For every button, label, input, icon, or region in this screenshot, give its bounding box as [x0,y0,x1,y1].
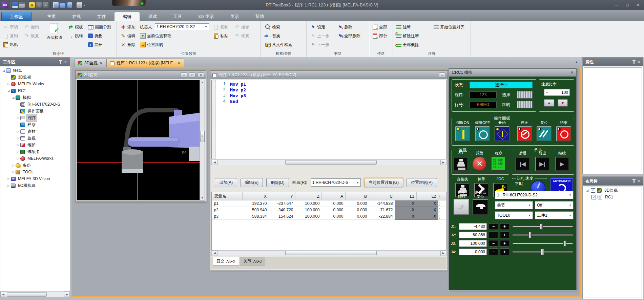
col-a[interactable]: A [322,192,346,200]
pin-icon[interactable] [60,61,61,64]
layout-item-rc1[interactable]: RC1 [584,194,642,200]
cell-name[interactable]: p2 [212,207,243,213]
joint-plus-button[interactable]: + [500,232,509,238]
tree-expander-icon[interactable]: ◢ [585,189,589,192]
minimize-button[interactable]: ─ [181,72,187,78]
tree-expander-icon[interactable] [6,184,11,187]
servo-off-button[interactable] [475,126,490,141]
position-jump-button[interactable]: 位置跳转(P) [407,178,437,187]
tree-expander-icon[interactable] [16,150,20,153]
template-button[interactable]: 模板 [67,23,84,31]
speed-up-button[interactable] [544,99,554,107]
joint-minus-button[interactable]: − [489,240,498,247]
slider-thumb[interactable] [540,223,543,230]
table-hscrollbar[interactable]: ◀ ▶ [211,250,446,256]
scroll-thumb[interactable] [285,251,377,255]
tab-list-chevron-icon[interactable]: ▼ [575,61,578,64]
tree-item[interactable]: MELFA-Works [0,155,70,162]
tree-item[interactable]: 程序 [0,114,70,121]
end-button[interactable] [556,126,571,141]
col-name[interactable]: 变量名 [212,192,243,200]
scroll-right-icon[interactable]: ▶ [440,251,446,256]
edit-button[interactable]: 编辑(E) [241,178,263,187]
properties-content[interactable] [584,67,642,173]
replace-button[interactable]: 替换 [264,32,281,40]
tree-expander-icon[interactable] [16,116,20,120]
col-b[interactable]: B [346,192,369,200]
code-hscrollbar[interactable]: ◀ ▶ [211,159,446,165]
tool-dropdown[interactable]: TOOL0▼ [495,211,533,219]
alarm-button[interactable] [473,157,487,171]
position-jump-button[interactable]: 位置跳转 [139,41,164,49]
table-header-row[interactable]: 变量名 X Y Z A B C L1 L2 F [212,192,446,200]
transfer-all-button[interactable]: 全部 [371,23,388,31]
uncomment-button[interactable]: 解除注释 [396,32,420,40]
save-icon[interactable] [12,2,18,8]
cell-name[interactable]: p1 [212,200,243,207]
slider-thumb[interactable] [528,232,532,238]
joint-plus-button[interactable]: + [500,240,509,247]
tab-edit[interactable]: 编辑 [114,12,140,21]
signal-monitor-icon[interactable]: ∿ [36,2,42,8]
panel-close-icon[interactable]: ✕ [637,179,640,184]
transfer-part-button[interactable]: 部分 [371,32,388,40]
panel-close-icon[interactable]: ✕ [637,60,640,64]
tree-expander-icon[interactable] [6,82,11,86]
speed-down-button[interactable] [558,99,568,107]
reset-button[interactable] [537,126,552,141]
slider-thumb[interactable] [541,249,544,255]
cascade-windows-icon[interactable] [53,2,59,8]
close-button[interactable]: ✕ [198,72,204,78]
search-button[interactable]: 检索 [264,23,281,31]
tree-expander-icon[interactable] [6,177,11,180]
tree-item[interactable]: I/O模拟器 [0,182,70,189]
tree-item[interactable]: 操作面板 [0,108,70,114]
pin-icon[interactable] [633,180,635,183]
doc-tab-3d-monitor[interactable]: 3D监视 ✕ [74,59,106,67]
tab-display[interactable]: 显示 [222,12,247,21]
col-z[interactable]: Z [295,192,322,200]
tab-file[interactable]: 文件 [89,12,114,21]
zoom-window-icon[interactable]: ⌂ [77,2,82,8]
col-l1[interactable]: L1 [395,192,417,200]
print-icon[interactable] [19,2,25,8]
bookmark-next-button[interactable]: 下一步 [309,41,330,49]
maximize-button[interactable]: □ [189,72,195,78]
continue-button[interactable]: ▶ [555,157,569,171]
work-dropdown[interactable]: 工件1▼ [535,211,574,219]
align-start-position-button[interactable]: 开始位置对齐 [433,23,465,31]
joint-value-field[interactable]: -60.868 [459,232,487,238]
close-icon[interactable]: ✕ [570,70,574,75]
tree-item[interactable]: 参数 [0,128,70,135]
tab-online[interactable]: 在线 [64,12,89,21]
undo-button[interactable]: 撤销 [23,23,40,31]
redo-position-button[interactable]: 恢复 [233,32,250,40]
minimize-button[interactable]: ─ [439,72,445,78]
position-row[interactable]: p1 192.370 -237.647 100.000 0.000 0.000 … [212,200,446,207]
checkbox-checked[interactable] [591,188,595,193]
scroll-down-icon[interactable]: ▼ [201,196,204,199]
stop-button[interactable] [517,126,532,141]
tab-help[interactable]: 帮助 [247,12,272,21]
tree-item[interactable]: RH-6CH7020-D-S [0,101,70,108]
signal-monitor2-icon[interactable]: ∿ [43,2,48,8]
col-y[interactable]: Y [269,192,295,200]
bookmark-delete-all-button[interactable]: 全部删除 [336,32,361,40]
monitor-program-button[interactable]: 10 MOV 20 MOV 30 ··· [492,157,506,171]
maximize-button[interactable]: □ [624,3,631,7]
tree-item[interactable]: 样条 [0,121,70,128]
monitor-3d-button[interactable] [454,157,468,171]
tile-vertical-icon[interactable] [66,2,72,8]
search-from-file-button[interactable]: 从文件检索 [264,41,293,49]
minimize-button[interactable]: ─ [613,3,620,7]
scroll-left-icon[interactable]: ◀ [212,251,217,256]
operation-panel-titlebar[interactable]: 1:RC1 模拟 ✕ [449,69,576,77]
jog-mode-dropdown[interactable]: 关节▼ [495,201,533,209]
bookmark-set-button[interactable]: 设定 [309,23,326,31]
hand-align-button[interactable]: ☞ [454,199,469,215]
checkbox-checked[interactable] [591,195,596,199]
toolbar-options-chevron-icon[interactable]: ▾ [84,4,85,7]
hand-state-dropdown[interactable]: Off▼ [535,201,574,209]
comment-button[interactable]: 注释 [396,23,412,31]
code-line[interactable]: Mov p2 [227,87,446,93]
